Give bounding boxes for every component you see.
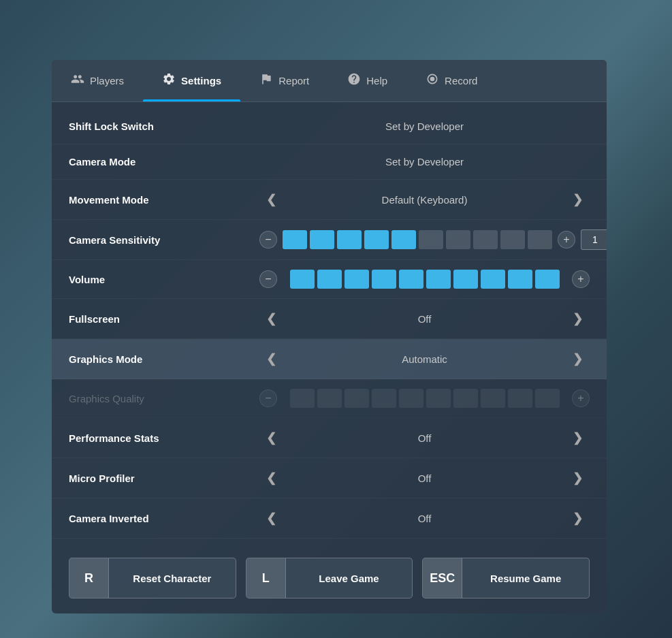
block-9 [500,230,525,249]
camera-sensitivity-blocks [283,230,552,249]
vol-block-7 [453,270,478,289]
resume-game-key: ESC [423,558,462,598]
micro-profiler-value-area: ❮ Off ❯ [259,468,590,488]
performance-stats-control: ❮ Off ❯ [259,428,590,448]
vol-block-4 [372,270,396,289]
settings-body: Shift Lock Switch Set by Developer Camer… [52,102,607,545]
shift-lock-value: Set by Developer [259,121,590,132]
report-icon [259,72,273,89]
camera-mode-value: Set by Developer [259,156,590,168]
camera-mode-value-area: Set by Developer [259,156,590,168]
tab-record-label: Record [445,75,477,86]
fullscreen-next[interactable]: ❯ [566,308,590,329]
graphics-quality-label: Graphics Quality [69,393,259,404]
tab-help[interactable]: Help [328,60,406,101]
volume-minus[interactable]: − [259,270,277,288]
block-4 [364,230,389,249]
vol-block-9 [508,270,532,289]
movement-mode-prev[interactable]: ❮ [259,189,283,210]
micro-profiler-value: Off [283,473,566,484]
volume-slider: − + [259,270,590,289]
tab-report-label: Report [278,75,309,86]
volume-blocks [283,270,566,289]
leave-game-button[interactable]: L Leave Game [246,558,413,599]
help-icon [347,72,361,89]
performance-stats-value-area: ❮ Off ❯ [259,428,590,448]
camera-sensitivity-minus[interactable]: − [259,231,277,249]
block-1 [283,230,307,249]
camera-sensitivity-label: Camera Sensitivity [69,234,259,246]
resume-game-button[interactable]: ESC Resume Game [422,558,590,599]
block-2 [310,230,334,249]
graphics-mode-prev[interactable]: ❮ [259,349,283,369]
reset-character-label: Reset Character [109,573,236,584]
movement-mode-value: Default (Keyboard) [283,194,566,206]
block-6 [419,230,443,249]
vol-block-2 [317,270,342,289]
volume-plus[interactable]: + [572,270,590,288]
leave-game-key: L [246,558,286,598]
vol-block-10 [535,270,560,289]
camera-inverted-control: ❮ Off ❯ [259,508,590,528]
setting-camera-sensitivity: Camera Sensitivity − [52,220,607,260]
shift-lock-label: Shift Lock Switch [69,121,259,132]
tab-report[interactable]: Report [240,60,328,101]
setting-camera-inverted: Camera Inverted ❮ Off ❯ [52,498,607,539]
camera-sensitivity-plus[interactable]: + [558,231,575,249]
setting-shift-lock-switch: Shift Lock Switch Set by Developer [52,109,607,144]
graphics-mode-label: Graphics Mode [69,353,259,365]
vol-block-8 [481,270,505,289]
micro-profiler-prev[interactable]: ❮ [259,468,283,488]
tab-record[interactable]: Record [406,60,496,101]
graphics-quality-value-area: − + [259,389,590,408]
camera-sensitivity-value-area: − + [259,229,607,250]
reset-character-button[interactable]: R Reset Character [69,558,236,599]
performance-stats-next[interactable]: ❯ [566,428,590,448]
setting-graphics-mode: Graphics Mode ❮ Automatic ❯ [52,339,607,379]
tab-settings[interactable]: Settings [143,60,240,101]
block-3 [337,230,362,249]
fullscreen-value-area: ❮ Off ❯ [259,308,590,329]
fullscreen-prev[interactable]: ❮ [259,308,283,329]
camera-inverted-prev[interactable]: ❮ [259,508,283,528]
tab-players[interactable]: Players [52,60,143,101]
vol-block-1 [290,270,315,289]
resume-game-label: Resume Game [462,573,589,584]
volume-label: Volume [69,274,259,285]
players-icon [71,72,84,89]
setting-fullscreen: Fullscreen ❮ Off ❯ [52,299,607,339]
micro-profiler-label: Micro Profiler [69,473,259,484]
leave-game-label: Leave Game [286,573,413,584]
movement-mode-control: ❮ Default (Keyboard) ❯ [259,189,590,210]
tab-help-label: Help [366,75,387,86]
movement-mode-next[interactable]: ❯ [566,189,590,210]
camera-sensitivity-input[interactable] [581,229,607,250]
bottom-buttons: R Reset Character L Leave Game ESC Resum… [52,545,607,613]
movement-mode-label: Movement Mode [69,194,259,206]
camera-inverted-value: Off [283,513,566,524]
block-7 [446,230,470,249]
micro-profiler-control: ❮ Off ❯ [259,468,590,488]
tab-settings-label: Settings [181,75,221,86]
settings-icon [162,72,176,89]
graphics-mode-next[interactable]: ❯ [566,349,590,369]
micro-profiler-next[interactable]: ❯ [566,468,590,488]
camera-inverted-next[interactable]: ❯ [566,508,590,528]
settings-panel: Players Settings Report [52,60,607,613]
camera-sensitivity-slider: − + [259,229,607,250]
block-5 [391,230,416,249]
vol-block-5 [399,270,423,289]
graphics-mode-value-area: ❮ Automatic ❯ [259,349,590,369]
performance-stats-value: Off [283,432,566,444]
record-icon [426,72,439,89]
setting-volume: Volume − + [52,260,607,299]
vol-block-3 [345,270,369,289]
camera-mode-label: Camera Mode [69,156,259,168]
shift-lock-value-area: Set by Developer [259,121,590,132]
fullscreen-control: ❮ Off ❯ [259,308,590,329]
setting-movement-mode: Movement Mode ❮ Default (Keyboard) ❯ [52,180,607,220]
camera-inverted-label: Camera Inverted [69,513,259,524]
tab-bar: Players Settings Report [52,60,607,102]
performance-stats-prev[interactable]: ❮ [259,428,283,448]
setting-micro-profiler: Micro Profiler ❮ Off ❯ [52,458,607,498]
